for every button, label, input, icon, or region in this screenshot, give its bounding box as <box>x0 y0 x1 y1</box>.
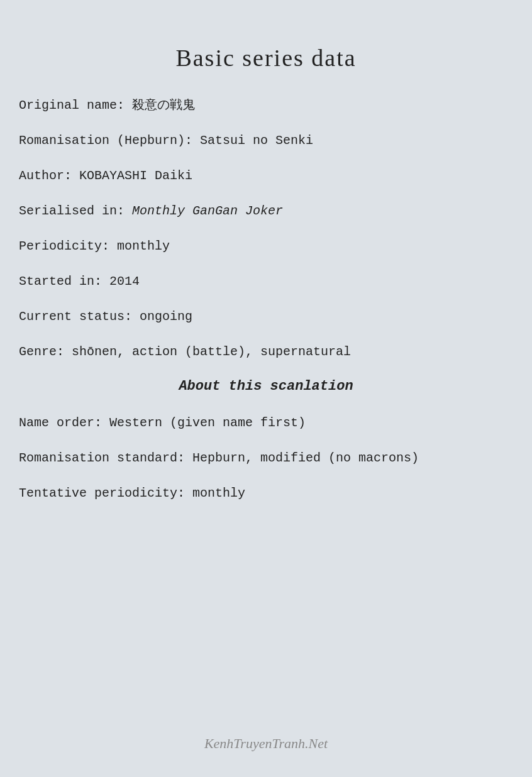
periodicity-row: Periodicity: monthly <box>19 238 513 255</box>
original-name-value: 殺意の戦鬼 <box>132 98 195 113</box>
author-label: Author: <box>19 168 72 183</box>
original-name-row: Original name: 殺意の戦鬼 <box>19 97 513 114</box>
romanisation-value: Satsui no Senki <box>200 133 313 148</box>
basic-series-section: Original name: 殺意の戦鬼 Romanisation (Hepbu… <box>19 97 513 361</box>
name-order-label: Name order: <box>19 416 102 430</box>
watermark: KenhTruyenTranh.Net <box>204 736 328 752</box>
romanisation-row: Romanisation (Hepburn): Satsui no Senki <box>19 132 513 150</box>
status-label: Current status: <box>19 309 132 324</box>
author-value: KOBAYASHI Daiki <box>79 168 192 183</box>
name-order-value: Western (given name first) <box>109 416 306 430</box>
periodicity-label: Periodicity: <box>19 239 109 253</box>
tentative-periodicity-row: Tentative periodicity: monthly <box>19 485 513 502</box>
original-name-label: Original name: <box>19 98 125 113</box>
status-value: ongoing <box>140 309 192 324</box>
tentative-periodicity-label: Tentative periodicity: <box>19 486 185 500</box>
started-row: Started in: 2014 <box>19 273 513 290</box>
serialised-row: Serialised in: Monthly GanGan Joker <box>19 202 513 220</box>
page-title: Basic series data <box>19 44 513 72</box>
genre-label: Genre: <box>19 344 64 359</box>
romanisation-standard-row: Romanisation standard: Hepburn, modified… <box>19 449 513 467</box>
romanisation-label: Romanisation (Hepburn): <box>19 133 192 148</box>
name-order-row: Name order: Western (given name first) <box>19 414 513 432</box>
romanisation-standard-label: Romanisation standard: <box>19 451 185 465</box>
romanisation-standard-value: Hepburn, modified (no macrons) <box>192 451 419 465</box>
tentative-periodicity-value: monthly <box>192 486 245 500</box>
started-label: Started in: <box>19 274 102 289</box>
status-row: Current status: ongoing <box>19 308 513 326</box>
genre-value: shōnen, action (battle), supernatural <box>72 344 351 359</box>
serialised-value: Monthly GanGan Joker <box>132 204 283 218</box>
scanlation-subtitle: About this scanlation <box>19 378 513 394</box>
periodicity-value: monthly <box>117 239 170 253</box>
serialised-label: Serialised in: <box>19 204 125 218</box>
genre-row: Genre: shōnen, action (battle), supernat… <box>19 343 513 361</box>
started-value: 2014 <box>109 274 140 289</box>
author-row: Author: KOBAYASHI Daiki <box>19 167 513 185</box>
scanlation-section: Name order: Western (given name first) R… <box>19 414 513 502</box>
